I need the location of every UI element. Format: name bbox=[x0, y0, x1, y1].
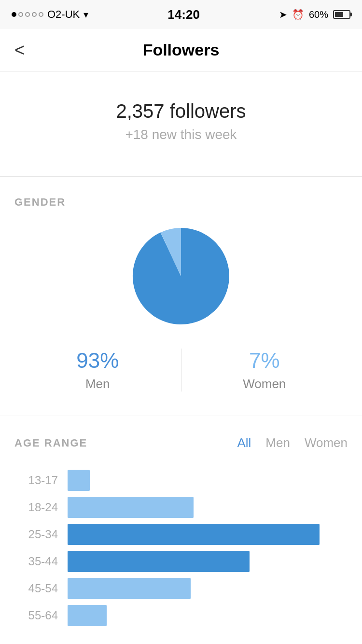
follower-new-this-week: +18 new this week bbox=[125, 127, 237, 142]
back-button[interactable]: < bbox=[14, 40, 25, 60]
signal-dot-4 bbox=[32, 12, 37, 17]
status-bar: O2-UK ▾ 14:20 ➤ ⏰ 60% bbox=[0, 0, 362, 29]
alarm-icon: ⏰ bbox=[292, 9, 304, 20]
gender-stats: 93% Men 7% Women bbox=[14, 349, 348, 392]
signal-dot-5 bbox=[39, 12, 43, 17]
bar-track bbox=[68, 605, 348, 626]
nav-bar: < Followers bbox=[0, 29, 362, 71]
bar-label: 35-44 bbox=[14, 555, 58, 568]
bar-fill bbox=[68, 524, 320, 545]
men-percentage: 93% bbox=[76, 349, 119, 373]
bar-label: 55-64 bbox=[14, 609, 58, 622]
status-right: ➤ ⏰ 60% bbox=[279, 9, 350, 20]
age-range-section: AGE RANGE All Men Women 13-1718-2425-343… bbox=[0, 416, 362, 644]
follower-count: 2,357 followers bbox=[116, 100, 246, 122]
age-header: AGE RANGE All Men Women bbox=[14, 435, 348, 450]
men-label: Men bbox=[85, 377, 110, 392]
bar-label: 13-17 bbox=[14, 474, 58, 487]
age-filter-group: All Men Women bbox=[237, 435, 348, 450]
followers-section: 2,357 followers +18 new this week bbox=[0, 71, 362, 176]
bar-row: 35-44 bbox=[14, 551, 348, 572]
signal-dot-1 bbox=[12, 12, 16, 17]
bar-fill bbox=[68, 470, 90, 491]
bar-track bbox=[68, 497, 348, 518]
signal-dot-2 bbox=[18, 12, 23, 17]
pie-chart-container bbox=[14, 223, 348, 329]
signal-dots bbox=[12, 12, 43, 17]
battery-icon bbox=[333, 10, 350, 19]
bar-track bbox=[68, 470, 348, 491]
bar-row: 25-34 bbox=[14, 524, 348, 545]
men-stat: 93% Men bbox=[14, 349, 181, 392]
status-time: 14:20 bbox=[167, 7, 200, 22]
bar-row: 18-24 bbox=[14, 497, 348, 518]
bar-track bbox=[68, 524, 348, 545]
bar-row: 45-54 bbox=[14, 578, 348, 599]
age-filter-women[interactable]: Women bbox=[305, 435, 348, 450]
bar-label: 25-34 bbox=[14, 528, 58, 541]
wifi-icon: ▾ bbox=[84, 9, 88, 20]
age-bar-chart: 13-1718-2425-3435-4445-5455-64 bbox=[14, 470, 348, 626]
age-filter-all[interactable]: All bbox=[237, 435, 251, 450]
battery-container bbox=[333, 10, 350, 19]
gender-pie-chart bbox=[128, 223, 234, 329]
women-percentage: 7% bbox=[249, 349, 280, 373]
gender-section: GENDER 93% Men 7% Women bbox=[0, 177, 362, 416]
page-title: Followers bbox=[143, 41, 220, 59]
women-stat: 7% Women bbox=[181, 349, 348, 392]
status-left: O2-UK ▾ bbox=[12, 8, 88, 21]
bar-label: 45-54 bbox=[14, 582, 58, 595]
women-label: Women bbox=[243, 377, 286, 392]
gender-section-label: GENDER bbox=[14, 196, 348, 209]
age-section-label: AGE RANGE bbox=[14, 437, 237, 449]
signal-dot-3 bbox=[25, 12, 30, 17]
location-icon: ➤ bbox=[279, 9, 287, 20]
bar-track bbox=[68, 578, 348, 599]
bar-label: 18-24 bbox=[14, 501, 58, 514]
age-filter-men[interactable]: Men bbox=[265, 435, 290, 450]
bar-fill bbox=[68, 605, 107, 626]
bar-fill bbox=[68, 578, 191, 599]
carrier-name: O2-UK bbox=[47, 8, 80, 21]
bar-fill bbox=[68, 551, 250, 572]
bar-row: 55-64 bbox=[14, 605, 348, 626]
bar-fill bbox=[68, 497, 194, 518]
battery-fill bbox=[335, 12, 343, 17]
battery-pct: 60% bbox=[309, 9, 328, 20]
bar-track bbox=[68, 551, 348, 572]
bar-row: 13-17 bbox=[14, 470, 348, 491]
